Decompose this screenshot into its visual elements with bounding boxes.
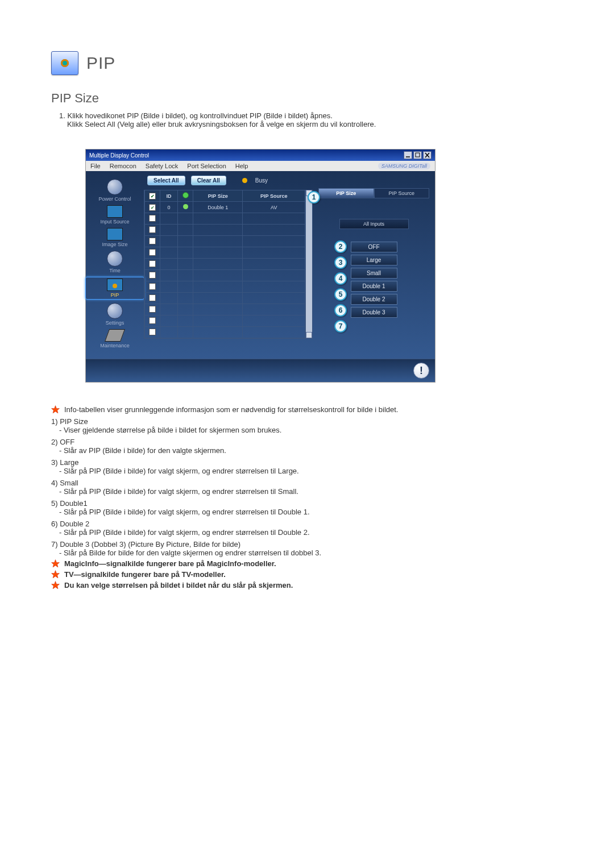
row-checkbox[interactable] bbox=[149, 215, 156, 222]
table-row[interactable] bbox=[145, 225, 305, 236]
callout-1: 1 bbox=[308, 191, 320, 203]
svg-rect-1 bbox=[416, 153, 420, 157]
maximize-icon[interactable] bbox=[413, 151, 422, 159]
table-row[interactable] bbox=[145, 281, 305, 293]
intro-text: 1. Klikk hovedikonet PIP (Bilde i bildet… bbox=[59, 111, 580, 128]
power-icon bbox=[107, 179, 123, 195]
window-title: Multiple Display Control bbox=[89, 152, 149, 159]
table-row[interactable] bbox=[145, 270, 305, 281]
item-detail: - Slår på PIP (Bilde i bilde) for valgt … bbox=[59, 528, 580, 537]
menu-help[interactable]: Help bbox=[235, 163, 248, 169]
row-checkbox[interactable] bbox=[149, 226, 156, 233]
col-id: ID bbox=[160, 190, 178, 202]
option-double3[interactable]: Double 3 bbox=[351, 307, 397, 318]
sidebar-item-time[interactable]: Time bbox=[86, 250, 144, 275]
callout-2: 2 bbox=[334, 240, 347, 253]
row-checkbox[interactable] bbox=[149, 306, 156, 313]
menu-port-selection[interactable]: Port Selection bbox=[187, 163, 226, 169]
tab-pip-source[interactable]: PIP Source bbox=[374, 188, 430, 198]
select-all-button[interactable]: Select All bbox=[147, 176, 185, 185]
item-number: 3) bbox=[51, 458, 58, 467]
item-number: 7) bbox=[51, 540, 58, 549]
description-item: 3) Large- Slår på PIP (Bilde i bilde) fo… bbox=[51, 458, 580, 475]
item-heading: Small bbox=[60, 479, 78, 487]
option-double1[interactable]: Double 1 bbox=[351, 281, 397, 292]
table-row[interactable] bbox=[145, 247, 305, 259]
sidebar-item-maintenance[interactable]: Maintenance bbox=[86, 328, 144, 350]
table-row[interactable] bbox=[145, 213, 305, 225]
busy-label: Busy bbox=[255, 177, 268, 184]
image-size-icon bbox=[107, 228, 123, 240]
row-checkbox[interactable] bbox=[149, 249, 156, 256]
description-item: 7) Double 3 (Dobbel 3) (Picture By Pictu… bbox=[51, 540, 580, 557]
table-row[interactable] bbox=[145, 236, 305, 247]
header-checkbox[interactable] bbox=[149, 193, 156, 200]
row-checkbox[interactable] bbox=[149, 272, 156, 279]
table-row[interactable] bbox=[145, 304, 305, 315]
svg-marker-4 bbox=[52, 406, 60, 413]
close-icon[interactable] bbox=[423, 151, 432, 159]
intro-line1: Klikk hovedikonet PIP (Bilde i bildet), … bbox=[67, 111, 332, 120]
item-detail: - Slår på PIP (Bilde i bilde) for valgt … bbox=[59, 508, 580, 516]
table-row[interactable] bbox=[145, 327, 305, 338]
sidebar-item-pip[interactable]: PIP bbox=[85, 277, 144, 300]
section-heading: PIP Size bbox=[51, 91, 580, 106]
sidebar-item-power-control[interactable]: Power Control bbox=[86, 178, 144, 203]
sidebar-item-input-source[interactable]: Input Source bbox=[86, 204, 144, 226]
time-icon bbox=[107, 251, 123, 267]
menu-safety-lock[interactable]: Safety Lock bbox=[146, 163, 178, 169]
row-checkbox[interactable] bbox=[149, 317, 156, 324]
sidebar-item-settings[interactable]: Settings bbox=[86, 302, 144, 327]
table-row[interactable]: 0 Double 1 AV bbox=[145, 202, 305, 213]
option-off[interactable]: OFF bbox=[351, 242, 397, 252]
item-number: 1) bbox=[51, 417, 58, 426]
note-text: MagicInfo—signalkilde fungerer bare på M… bbox=[64, 559, 276, 568]
table-row[interactable] bbox=[145, 293, 305, 304]
tab-pip-size[interactable]: PIP Size bbox=[318, 188, 374, 198]
sidebar-item-label: Time bbox=[109, 268, 121, 273]
row-checkbox[interactable] bbox=[149, 329, 156, 335]
callout-5: 5 bbox=[334, 288, 347, 301]
sidebar-item-image-size[interactable]: Image Size bbox=[86, 227, 144, 248]
cell-pip-source: AV bbox=[243, 202, 305, 213]
table-row[interactable] bbox=[145, 259, 305, 270]
item-detail: - Slår på PIP (Bilde i bilde) for valgt … bbox=[59, 467, 580, 475]
pip-icon bbox=[51, 51, 78, 75]
row-checkbox[interactable] bbox=[149, 294, 156, 301]
option-large[interactable]: Large bbox=[351, 255, 397, 265]
scrollbar[interactable] bbox=[305, 190, 312, 338]
row-status-dot bbox=[183, 204, 188, 209]
intro-line2: Klikk Select All (Velg alle) eller bruk … bbox=[67, 120, 580, 128]
cell-id: 0 bbox=[160, 202, 178, 213]
menu-file[interactable]: File bbox=[90, 163, 101, 169]
item-detail: - Slår på PIP (Bilde i bilde) for valgt … bbox=[59, 487, 580, 496]
description-item: 2) OFF- Slår av PIP (Bilde i bilde) for … bbox=[51, 438, 580, 455]
item-heading: OFF bbox=[60, 438, 74, 446]
row-checkbox[interactable] bbox=[149, 238, 156, 244]
status-icon bbox=[182, 192, 189, 198]
svg-marker-6 bbox=[52, 571, 60, 578]
col-pip-source: PIP Source bbox=[243, 190, 305, 202]
callout-6: 6 bbox=[334, 304, 347, 317]
page-title: PIP bbox=[86, 53, 115, 73]
info-icon: ! bbox=[413, 363, 429, 379]
all-inputs-button[interactable]: All Inputs bbox=[339, 219, 409, 229]
input-icon bbox=[107, 205, 123, 218]
callout-3: 3 bbox=[334, 256, 347, 269]
clear-all-button[interactable]: Clear All bbox=[191, 176, 226, 185]
option-small[interactable]: Small bbox=[351, 268, 397, 279]
item-heading: Large bbox=[60, 458, 78, 467]
item-number: 6) bbox=[51, 520, 58, 528]
row-checkbox[interactable] bbox=[149, 260, 156, 267]
row-checkbox[interactable] bbox=[149, 204, 156, 211]
menu-remocon[interactable]: Remocon bbox=[110, 163, 136, 169]
item-number: 2) bbox=[51, 438, 58, 446]
application-screenshot: Multiple Display Control File Remocon Sa… bbox=[85, 149, 435, 383]
minimize-icon[interactable] bbox=[404, 151, 412, 159]
table-row[interactable] bbox=[145, 315, 305, 327]
col-pip-size: PIP Size bbox=[193, 190, 243, 202]
option-double2[interactable]: Double 2 bbox=[351, 294, 397, 305]
item-heading: Double 2 bbox=[60, 520, 89, 528]
row-checkbox[interactable] bbox=[149, 283, 156, 290]
note-text: TV—signalkilde fungerer bare på TV-model… bbox=[64, 570, 226, 579]
